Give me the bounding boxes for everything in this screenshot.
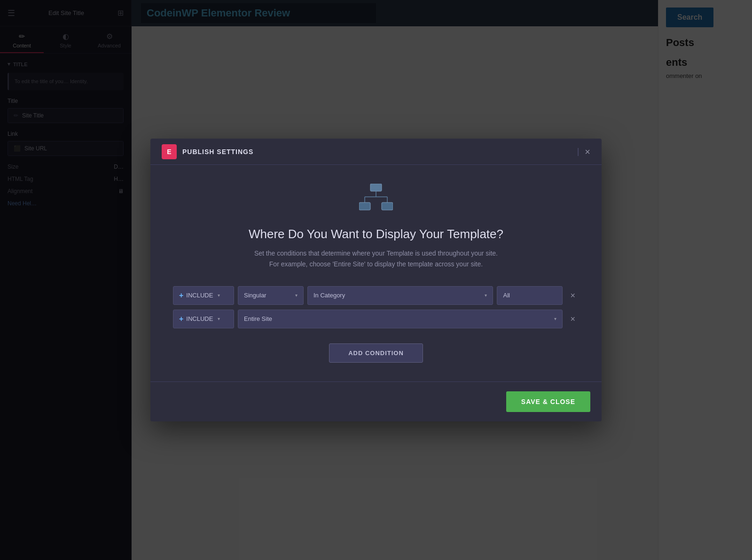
condition-2-entire-select[interactable]: Entire Site ▾ [238,310,563,328]
modal-title: PUBLISH SETTINGS [182,148,572,156]
modal-header: E PUBLISH SETTINGS | × [150,139,602,165]
condition-1-remove-button[interactable]: × [566,291,579,300]
condition-1-include-label: INCLUDE [186,292,213,299]
conditions-container: + INCLUDE ▾ Singular ▾ In Category ▾ All [173,286,579,328]
modal-close-button[interactable]: × [585,147,590,156]
condition-1-all-select[interactable]: All [497,286,563,305]
condition-2-include-btn[interactable]: + INCLUDE ▾ [173,310,234,328]
svg-rect-0 [370,184,382,191]
chevron-entire-icon-2: ▾ [554,316,556,321]
condition-1-type-select[interactable]: Singular ▾ [238,286,304,305]
chevron-category-icon-1: ▾ [485,293,487,298]
modal-footer: SAVE & CLOSE [150,381,602,421]
chevron-down-icon-1: ▾ [218,293,220,298]
condition-1-category-value: In Category [313,292,345,299]
publish-settings-modal: E PUBLISH SETTINGS | × [150,139,602,421]
elementor-logo: E [162,144,177,159]
modal-heading: Where Do You Want to Display Your Templa… [249,227,503,241]
add-condition-button[interactable]: ADD CONDITION [329,343,423,363]
condition-2-remove-button[interactable]: × [566,315,579,323]
condition-2-entire-value: Entire Site [244,315,272,322]
modal-description: Set the conditions that determine where … [254,248,498,269]
chevron-type-icon-1: ▾ [295,293,298,298]
plus-icon-2: + [179,315,183,323]
save-close-button[interactable]: SAVE & CLOSE [506,391,590,412]
condition-1-include-btn[interactable]: + INCLUDE ▾ [173,286,234,305]
condition-1-all-value: All [503,292,509,299]
chevron-down-icon-2: ▾ [218,316,220,321]
condition-1-type-value: Singular [244,292,266,299]
plus-icon-1: + [179,291,183,300]
modal-header-divider: | [577,147,580,156]
modal-overlay: E PUBLISH SETTINGS | × [0,0,752,560]
svg-rect-6 [382,202,393,210]
condition-row-2: + INCLUDE ▾ Entire Site ▾ × [173,310,579,328]
condition-1-category-select[interactable]: In Category ▾ [307,286,493,305]
svg-rect-5 [359,202,370,210]
condition-2-include-label: INCLUDE [186,315,213,322]
logo-letter: E [167,148,171,156]
hierarchy-icon [359,184,393,214]
condition-row-1: + INCLUDE ▾ Singular ▾ In Category ▾ All [173,286,579,305]
modal-body: Where Do You Want to Display Your Templa… [150,165,602,381]
